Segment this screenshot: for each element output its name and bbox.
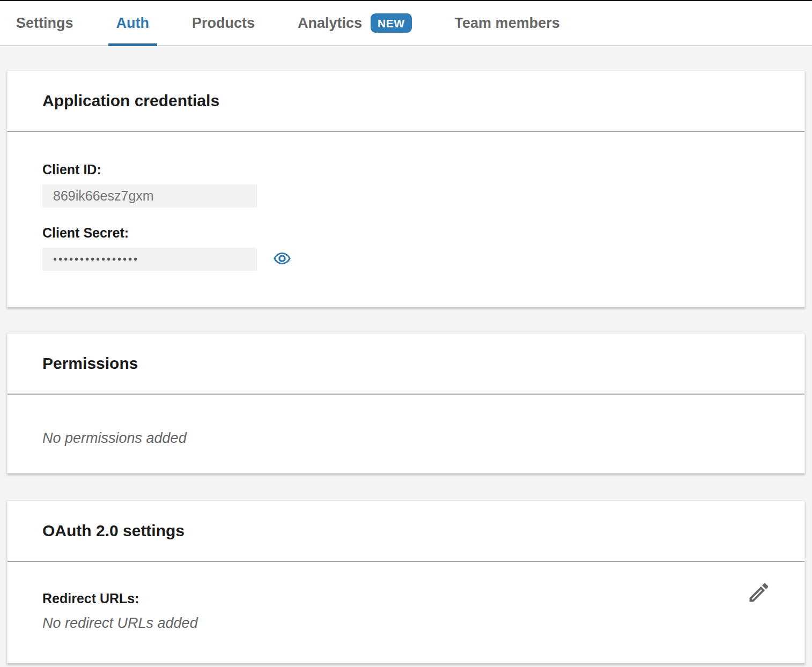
application-credentials-title: Application credentials [42,92,219,110]
redirect-urls-label: Redirect URLs: [42,591,770,606]
tab-team-members[interactable]: Team members [455,1,560,45]
tab-auth-label: Auth [116,15,149,32]
application-credentials-card: Application credentials Client ID: Clien… [7,70,805,307]
oauth-settings-title: OAuth 2.0 settings [42,522,184,540]
edit-redirect-urls-button[interactable] [747,580,771,606]
application-credentials-body: Client ID: Client Secret: [8,132,804,271]
tab-analytics[interactable]: Analytics NEW [298,1,412,45]
permissions-title: Permissions [42,354,138,373]
permissions-header: Permissions [8,334,804,395]
client-secret-label: Client Secret: [42,225,770,241]
client-secret-input[interactable] [42,248,257,271]
application-credentials-header: Application credentials [8,71,804,132]
tab-analytics-label: Analytics [298,15,362,32]
oauth-settings-header: OAuth 2.0 settings [8,501,804,562]
no-redirect-urls-text: No redirect URLs added [42,615,770,632]
tab-settings[interactable]: Settings [16,1,73,45]
oauth-settings-body: Redirect URLs: No redirect URLs added [8,562,804,632]
no-permissions-text: No permissions added [42,430,770,447]
new-badge: NEW [371,13,412,33]
tab-auth[interactable]: Auth [116,1,149,45]
oauth-settings-card: OAuth 2.0 settings Redirect URLs: No red… [7,500,805,663]
tab-settings-label: Settings [16,15,73,32]
tab-products-label: Products [192,15,255,32]
permissions-body: No permissions added [8,395,804,447]
permissions-card: Permissions No permissions added [7,333,805,473]
client-secret-row [42,248,770,271]
tab-products[interactable]: Products [192,1,255,45]
tab-bar: Settings Auth Products Analytics NEW Tea… [0,1,812,46]
reveal-secret-button[interactable] [273,249,291,269]
tab-team-members-label: Team members [455,15,560,32]
pencil-icon [747,598,771,606]
eye-icon [273,249,291,269]
client-id-label: Client ID: [42,162,770,177]
client-id-input[interactable] [42,184,257,207]
